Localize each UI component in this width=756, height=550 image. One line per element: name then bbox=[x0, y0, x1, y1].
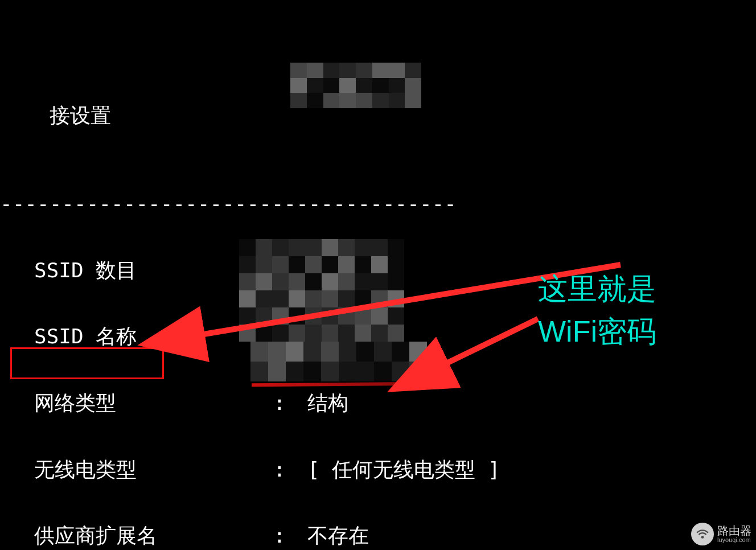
row-vendor-ext: 供应商扩展名 : 不存在 bbox=[0, 525, 756, 547]
row-radio-type: 无线电类型 : [ 任何无线电类型 ] bbox=[0, 459, 756, 481]
watermark: 路由器 luyouqi.com bbox=[691, 523, 751, 545]
label-ssid-name: SSID 名称 bbox=[0, 326, 273, 348]
row-network-type: 网络类型 : 结构 bbox=[0, 392, 756, 414]
highlight-rect bbox=[10, 347, 164, 379]
label-radio-type: 无线电类型 bbox=[0, 459, 273, 481]
label-ssid-count: SSID 数目 bbox=[0, 260, 273, 282]
censor-ssid-name bbox=[290, 63, 421, 108]
censor-auth-block bbox=[239, 239, 404, 342]
label-vendor-ext: 供应商扩展名 bbox=[0, 525, 273, 547]
section-title-connection: 接设置 bbox=[50, 104, 111, 127]
censor-key-content bbox=[250, 342, 427, 381]
label-network-type: 网络类型 bbox=[0, 392, 273, 414]
dashline-connection: ------------------------------------- bbox=[0, 193, 756, 215]
svg-point-3 bbox=[701, 536, 704, 539]
annotation-text: 这里就是 WiFi密码 bbox=[538, 268, 656, 354]
router-icon bbox=[691, 523, 714, 545]
